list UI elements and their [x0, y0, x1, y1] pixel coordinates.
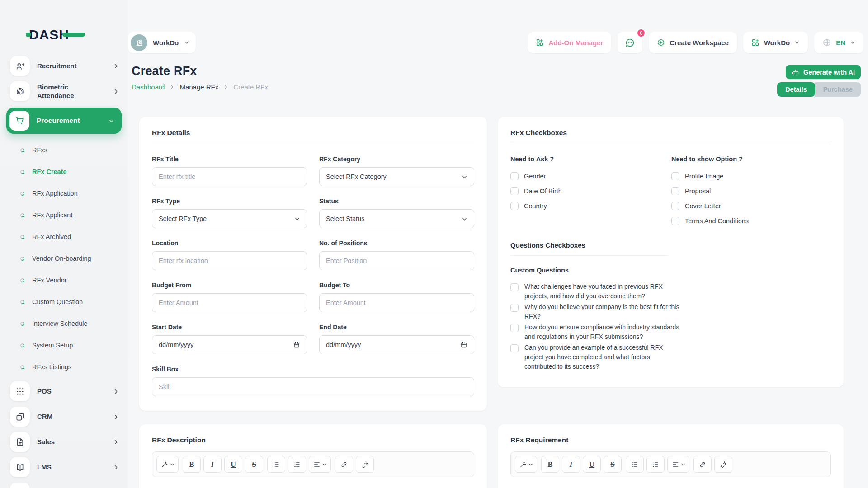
link-button[interactable]: [693, 456, 712, 473]
status-select[interactable]: Select Status: [319, 209, 474, 228]
sidebar-item-rfx-application[interactable]: RFx Application: [0, 183, 128, 204]
sidebar-item-rfxs[interactable]: RFxs: [0, 139, 128, 161]
ordered-list-button[interactable]: [288, 456, 306, 473]
sidebar-item-interview-schedule[interactable]: Interview Schedule: [0, 313, 128, 334]
sidebar-item-recruitment[interactable]: Recruitment: [0, 53, 128, 79]
card-title: RFx Details: [152, 129, 474, 137]
field-rfx-category: RFx Category Select RFx Category: [319, 155, 474, 186]
end-date-input[interactable]: dd/mm/yyyy: [319, 335, 474, 354]
ordered-list-button[interactable]: [646, 456, 665, 473]
align-button[interactable]: [667, 456, 689, 473]
chevron-down-icon: [294, 216, 300, 222]
document-icon: [10, 432, 30, 452]
chevron-right-icon: [113, 465, 119, 470]
checkbox-icon[interactable]: [510, 304, 519, 312]
sidebar-item-sales[interactable]: Sales: [0, 429, 128, 455]
positions-input[interactable]: [319, 251, 474, 270]
underline-button[interactable]: U: [224, 456, 242, 473]
unordered-list-button[interactable]: [626, 456, 644, 473]
italic-button[interactable]: I: [562, 456, 580, 473]
sidebar-item-system-setup[interactable]: System Setup: [0, 334, 128, 356]
checkbox-icon[interactable]: [510, 187, 519, 195]
create-workspace-button[interactable]: Create Workspace: [649, 32, 737, 53]
location-input[interactable]: [152, 251, 307, 270]
unlink-button[interactable]: [356, 456, 374, 473]
rfx-type-select[interactable]: Select RFx Type: [152, 209, 307, 228]
skill-input[interactable]: [152, 377, 474, 396]
sidebar-item-lms[interactable]: LMS: [0, 455, 128, 480]
create-workspace-label: Create Workspace: [670, 39, 729, 47]
workspace-switcher[interactable]: WorkDo: [128, 32, 196, 53]
sidebar-item-more[interactable]: [0, 480, 128, 488]
italic-button[interactable]: I: [203, 456, 222, 473]
unlink-button[interactable]: [714, 456, 732, 473]
checkbox-icon[interactable]: [510, 344, 519, 352]
page-title: Create RFx: [132, 64, 268, 78]
checkbox-custom-question-1[interactable]: What challenges have you faced in previo…: [510, 282, 831, 301]
checkbox-icon[interactable]: [510, 283, 519, 291]
sidebar-item-label: Interview Schedule: [32, 320, 88, 327]
checkbox-country[interactable]: Country: [510, 201, 671, 211]
bold-button[interactable]: B: [183, 456, 201, 473]
sidebar-item-crm[interactable]: CRM: [0, 404, 128, 429]
checkbox-icon[interactable]: [510, 172, 519, 180]
rfx-title-input[interactable]: [152, 167, 307, 186]
language-selector[interactable]: EN: [814, 32, 863, 53]
strikethrough-button[interactable]: S: [604, 456, 622, 473]
workdo-menu-button[interactable]: WorkDo: [743, 32, 808, 53]
tab-details[interactable]: Details: [777, 82, 815, 97]
ai-magic-button[interactable]: [515, 456, 537, 473]
checkbox-icon[interactable]: [671, 187, 679, 195]
checkbox-custom-question-2[interactable]: Why do you believe your company is the b…: [510, 302, 831, 321]
bold-button[interactable]: B: [541, 456, 559, 473]
align-button[interactable]: [309, 456, 331, 473]
checkbox-date-of-birth[interactable]: Date Of Birth: [510, 186, 671, 197]
rfx-category-select[interactable]: Select RFx Category: [319, 167, 474, 186]
ai-magic-button[interactable]: [156, 456, 179, 473]
checkbox-profile-image[interactable]: Profile Image: [671, 171, 749, 182]
unordered-list-button[interactable]: [267, 456, 285, 473]
sidebar-item-rfx-create[interactable]: RFx Create: [0, 161, 128, 183]
underline-button[interactable]: U: [583, 456, 601, 473]
generate-with-ai-button[interactable]: Generate with AI: [786, 65, 861, 79]
checkbox-gender[interactable]: Gender: [510, 171, 671, 182]
checkbox-custom-question-4[interactable]: Can you provide an example of a successf…: [510, 343, 831, 371]
sidebar-item-rfx-archived[interactable]: RFx Archived: [0, 226, 128, 248]
start-date-input[interactable]: dd/mm/yyyy: [152, 335, 307, 354]
sidebar: DASH Recruitment Biometric Attendance: [0, 0, 128, 488]
sidebar-item-rfx-applicant[interactable]: RFx Applicant: [0, 204, 128, 226]
chevron-right-icon: [113, 414, 119, 420]
checkbox-terms-and-conditions[interactable]: Terms And Conditions: [671, 216, 749, 226]
budget-to-input[interactable]: [319, 293, 474, 312]
checkbox-icon[interactable]: [671, 217, 679, 225]
budget-from-input[interactable]: [152, 293, 307, 312]
sidebar-item-custom-question[interactable]: Custom Question: [0, 291, 128, 313]
addon-manager-button[interactable]: Add-On Manager: [528, 32, 611, 53]
breadcrumb-manage-rfx[interactable]: Manage RFx: [179, 83, 218, 91]
tab-purchase[interactable]: Purchase: [815, 82, 861, 97]
breadcrumb-dashboard[interactable]: Dashboard: [132, 83, 165, 91]
sidebar-item-label: RFx Application: [32, 190, 78, 197]
bullet-icon: [20, 235, 24, 239]
grid-plus-icon: [751, 38, 760, 47]
checkbox-proposal[interactable]: Proposal: [671, 186, 749, 197]
sidebar-item-procurement[interactable]: Procurement: [6, 108, 122, 134]
checkbox-cover-letter[interactable]: Cover Letter: [671, 201, 749, 211]
strikethrough-button[interactable]: S: [245, 456, 263, 473]
sidebar-item-vendor-onboarding[interactable]: Vendor On-boarding: [0, 248, 128, 269]
messages-button[interactable]: 0: [618, 32, 642, 53]
brand-logo[interactable]: DASH: [0, 0, 128, 45]
rfx-category-value: Select RFx Category: [326, 173, 387, 180]
checkbox-icon[interactable]: [671, 172, 679, 180]
link-button[interactable]: [335, 456, 353, 473]
sidebar-item-pos[interactable]: POS: [0, 379, 128, 404]
sidebar-item-biometric-attendance[interactable]: Biometric Attendance: [0, 79, 128, 104]
sidebar-item-rfx-vendor[interactable]: RFx Vendor: [0, 269, 128, 291]
status-value: Select Status: [326, 215, 364, 222]
checkbox-icon[interactable]: [510, 324, 519, 332]
sidebar-item-rfxs-listings[interactable]: RFxs Listings: [0, 356, 128, 378]
checkbox-icon[interactable]: [671, 202, 679, 210]
checkbox-custom-question-3[interactable]: How do you ensure compliance with indust…: [510, 323, 831, 342]
sidebar-nav: Recruitment Biometric Attendance Procure…: [0, 53, 128, 488]
checkbox-icon[interactable]: [510, 202, 519, 210]
